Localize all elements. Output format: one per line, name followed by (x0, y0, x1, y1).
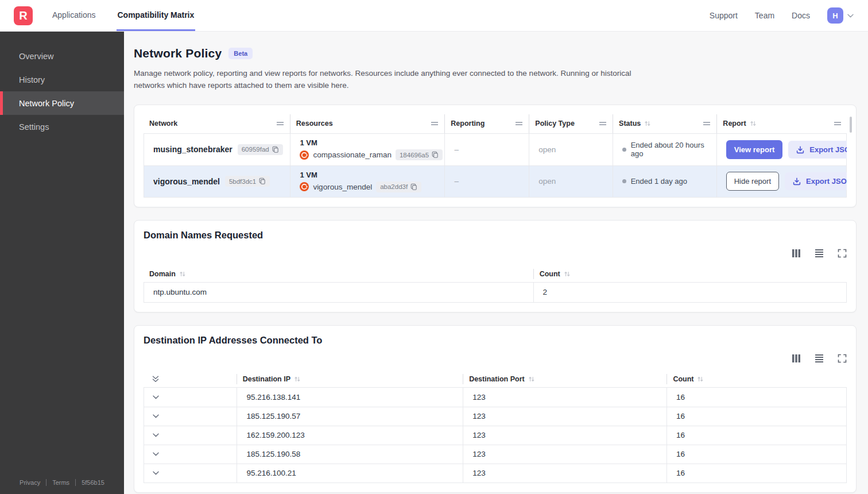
build-version: 5f56b15 (82, 479, 104, 486)
fullscreen-icon[interactable] (838, 354, 847, 363)
copy-icon[interactable] (259, 177, 266, 185)
col-reporting-label: Reporting (451, 119, 485, 128)
row-expander[interactable] (144, 407, 237, 426)
nav-link-support[interactable]: Support (710, 11, 738, 20)
nav-link-team[interactable]: Team (755, 11, 774, 20)
col-destination-port-label: Destination Port (469, 375, 525, 383)
table-row[interactable]: 162.159.200.123 123 16 (144, 426, 846, 445)
rows-view-icon[interactable] (815, 354, 824, 363)
count-cell: 16 (666, 445, 846, 464)
domains-card: Domain Names Requested Domain Count ntp.… (134, 220, 857, 312)
table-row[interactable]: vigorous_mendel 5bdf3dc1 1 VM vigorous_m… (144, 165, 846, 197)
destinations-card-title: Destination IP Addresses Connected To (144, 335, 847, 346)
copy-icon[interactable] (432, 151, 439, 159)
table-row[interactable]: 185.125.190.58 123 16 (144, 445, 846, 464)
rows-view-icon[interactable] (815, 249, 824, 258)
export-json-button[interactable]: Export JSON (785, 172, 847, 190)
column-resize-handle-icon[interactable] (431, 122, 439, 126)
table-row[interactable]: musing_stonebraker 60959fad 1 VM compass… (144, 134, 846, 165)
tab-compatibility-matrix[interactable]: Compatibility Matrix (117, 0, 196, 31)
page-description: Manage network policy, reporting and vie… (134, 68, 639, 92)
sort-icon[interactable] (750, 120, 757, 127)
domains-card-title: Domain Names Requested (144, 230, 847, 241)
network-id-badge: 5bdf3dc1 (225, 176, 270, 187)
app-logo[interactable]: R (14, 6, 33, 25)
sidebar-item-network-policy[interactable]: Network Policy (0, 91, 124, 115)
col-domain-label: Domain (149, 270, 176, 278)
network-name: vigorous_mendel (153, 177, 220, 186)
status-cell: Ended about 20 hours ago (613, 134, 716, 165)
sidebar-footer: Privacy Terms 5f56b15 (0, 479, 124, 494)
avatar[interactable]: H (827, 7, 843, 24)
resources-summary: 1 VM (300, 171, 317, 179)
columns-view-icon[interactable] (792, 249, 801, 258)
top-nav: R Applications Compatibility Matrix Supp… (0, 0, 868, 32)
chevron-down-icon[interactable] (152, 393, 160, 401)
download-icon (796, 145, 805, 154)
terms-link[interactable]: Terms (52, 479, 69, 486)
network-cell: vigorous_mendel 5bdf3dc1 (144, 166, 290, 197)
network-name: musing_stonebraker (153, 145, 232, 154)
destination-port-cell: 123 (463, 445, 666, 464)
primary-nav: Applications Compatibility Matrix (51, 0, 215, 31)
column-resize-handle-icon[interactable] (276, 122, 284, 126)
domains-table-header: Domain Count (144, 266, 847, 282)
chevron-down-icon[interactable] (152, 412, 160, 420)
user-menu[interactable]: H (827, 7, 854, 24)
table-row[interactable]: 95.216.100.21 123 16 (144, 464, 846, 483)
count-cell: 16 (666, 407, 846, 426)
domains-table-body: ntp.ubuntu.com 2 (144, 282, 847, 303)
sort-icon[interactable] (294, 376, 301, 383)
hide-report-button[interactable]: Hide report (726, 172, 779, 191)
fullscreen-icon[interactable] (838, 249, 847, 258)
column-resize-handle-icon[interactable] (515, 122, 523, 126)
sort-icon[interactable] (179, 271, 186, 277)
sort-icon[interactable] (528, 376, 535, 383)
destination-port-cell: 123 (463, 407, 666, 426)
sort-icon[interactable] (697, 376, 704, 383)
destinations-card: Destination IP Addresses Connected To De… (134, 325, 857, 493)
chevron-down-icon[interactable] (152, 450, 160, 458)
column-resize-handle-icon[interactable] (703, 122, 711, 126)
export-json-button[interactable]: Export JSON (788, 141, 847, 159)
tab-applications[interactable]: Applications (51, 0, 97, 31)
table-scrollbar[interactable] (850, 117, 852, 133)
sort-icon[interactable] (564, 271, 571, 277)
divider (75, 479, 76, 486)
resource-id-badge: 184696a5 (396, 149, 443, 160)
row-expander[interactable] (144, 445, 237, 464)
nav-link-docs[interactable]: Docs (792, 11, 810, 20)
status-dot (622, 179, 626, 183)
column-resize-handle-icon[interactable] (599, 122, 607, 126)
col-count-label: Count (673, 375, 693, 383)
ubuntu-os-icon (300, 182, 309, 191)
expand-all-icon[interactable] (152, 375, 160, 383)
table-row[interactable]: 95.216.138.141 123 16 (144, 388, 846, 407)
row-expander[interactable] (144, 426, 237, 445)
privacy-link[interactable]: Privacy (20, 479, 40, 486)
view-report-button[interactable]: View report (726, 140, 783, 159)
sidebar-item-settings[interactable]: Settings (0, 115, 124, 138)
table-row[interactable]: 185.125.190.57 123 16 (144, 407, 846, 426)
sidebar-item-overview[interactable]: Overview (0, 44, 124, 68)
columns-view-icon[interactable] (792, 354, 801, 363)
sort-icon[interactable] (644, 120, 651, 127)
table-row[interactable]: ntp.ubuntu.com 2 (144, 283, 846, 302)
resource-name: vigorous_mendel (313, 183, 372, 191)
resource-id-badge: aba2dd3f (376, 182, 421, 192)
sidebar-item-history[interactable]: History (0, 68, 124, 91)
chevron-down-icon[interactable] (152, 431, 160, 439)
copy-icon[interactable] (272, 146, 279, 153)
copy-icon[interactable] (410, 183, 417, 191)
row-expander[interactable] (144, 464, 237, 483)
row-expander[interactable] (144, 388, 237, 407)
chevron-down-icon[interactable] (152, 469, 160, 477)
network-cell: musing_stonebraker 60959fad (144, 134, 290, 165)
count-cell: 16 (666, 388, 846, 407)
column-resize-handle-icon[interactable] (834, 122, 842, 126)
table-toolbar (144, 354, 847, 363)
status-cell: Ended 1 day ago (613, 166, 716, 197)
col-network-label: Network (149, 119, 177, 128)
chevron-down-icon[interactable] (847, 12, 854, 20)
count-cell: 16 (666, 426, 846, 445)
